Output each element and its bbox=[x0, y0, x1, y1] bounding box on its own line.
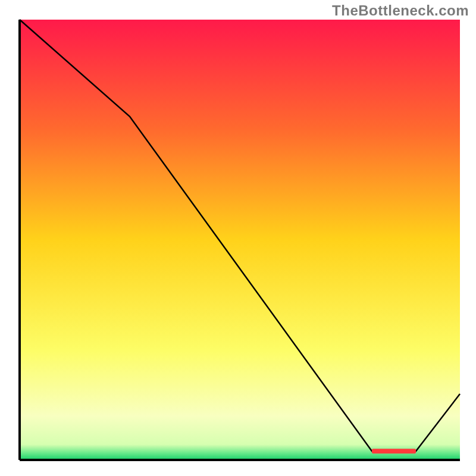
gradient-background bbox=[20, 20, 460, 460]
watermark-text: TheBottleneck.com bbox=[332, 2, 469, 19]
bottleneck-chart: TheBottleneck.com bbox=[0, 0, 476, 476]
marker-band bbox=[372, 449, 416, 453]
plot-svg bbox=[0, 0, 476, 476]
